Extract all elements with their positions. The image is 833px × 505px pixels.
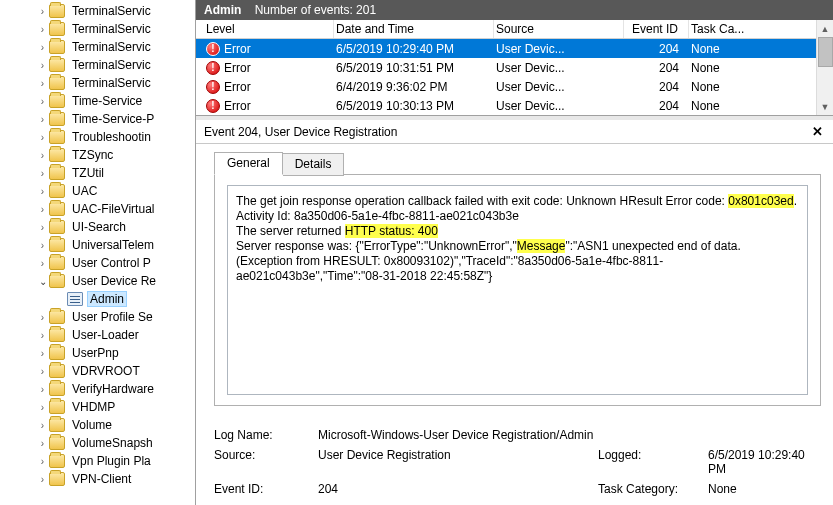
msg-error-code: 0x801c03ed bbox=[728, 194, 793, 208]
tree-item-volumesnapsh[interactable]: ›VolumeSnapsh bbox=[0, 434, 195, 452]
chevron-down-icon[interactable]: ⌄ bbox=[36, 276, 49, 287]
navigation-tree[interactable]: ›TerminalServic›TerminalServic›TerminalS… bbox=[0, 0, 196, 505]
chevron-right-icon[interactable]: › bbox=[36, 240, 49, 251]
tree-item-vdrvroot[interactable]: ›VDRVROOT bbox=[0, 362, 195, 380]
tree-item-terminalservic[interactable]: ›TerminalServic bbox=[0, 2, 195, 20]
event-properties: Log Name: Microsoft-Windows-User Device … bbox=[214, 428, 821, 502]
tree-item-terminalservic[interactable]: ›TerminalServic bbox=[0, 20, 195, 38]
folder-icon bbox=[49, 382, 65, 396]
tree-item-universaltelem[interactable]: ›UniversalTelem bbox=[0, 236, 195, 254]
tree-item-time-service[interactable]: ›Time-Service bbox=[0, 92, 195, 110]
tree-item-troubleshootin[interactable]: ›Troubleshootin bbox=[0, 128, 195, 146]
chevron-right-icon[interactable]: › bbox=[36, 438, 49, 449]
chevron-right-icon[interactable]: › bbox=[36, 204, 49, 215]
tree-item-vpn-plugin-pla[interactable]: ›Vpn Plugin Pla bbox=[0, 452, 195, 470]
tree-item-user-device-re[interactable]: ⌄User Device Re bbox=[0, 272, 195, 290]
scroll-up-icon[interactable]: ▲ bbox=[817, 20, 834, 37]
chevron-right-icon[interactable]: › bbox=[36, 384, 49, 395]
tab-details[interactable]: Details bbox=[283, 153, 345, 176]
error-icon: ! bbox=[206, 61, 220, 75]
chevron-right-icon[interactable]: › bbox=[36, 168, 49, 179]
prop-logged-value: 6/5/2019 10:29:40 PM bbox=[708, 448, 821, 476]
chevron-right-icon[interactable]: › bbox=[36, 24, 49, 35]
tree-item-label: TerminalServic bbox=[69, 21, 154, 37]
tree-item-tzsync[interactable]: ›TZSync bbox=[0, 146, 195, 164]
details-title: Event 204, User Device Registration bbox=[204, 125, 397, 139]
tree-item-terminalservic[interactable]: ›TerminalServic bbox=[0, 56, 195, 74]
col-level[interactable]: Level bbox=[204, 20, 334, 38]
tree-item-label: TZSync bbox=[69, 147, 116, 163]
event-details-pane: Event 204, User Device Registration ✕ Ge… bbox=[196, 116, 833, 505]
chevron-right-icon[interactable]: › bbox=[36, 78, 49, 89]
tree-item-label: VolumeSnapsh bbox=[69, 435, 156, 451]
tree-item-userpnp[interactable]: ›UserPnp bbox=[0, 344, 195, 362]
tree-item-uac[interactable]: ›UAC bbox=[0, 182, 195, 200]
chevron-right-icon[interactable]: › bbox=[36, 402, 49, 413]
col-eventid[interactable]: Event ID bbox=[624, 20, 689, 38]
chevron-right-icon[interactable]: › bbox=[36, 186, 49, 197]
chevron-right-icon[interactable]: › bbox=[36, 420, 49, 431]
chevron-right-icon[interactable]: › bbox=[36, 222, 49, 233]
tree-item-user-control-p[interactable]: ›User Control P bbox=[0, 254, 195, 272]
col-taskcat[interactable]: Task Ca... bbox=[689, 20, 833, 38]
chevron-right-icon[interactable]: › bbox=[36, 330, 49, 341]
folder-icon bbox=[49, 472, 65, 486]
chevron-right-icon[interactable]: › bbox=[36, 114, 49, 125]
event-message[interactable]: The get join response operation callback… bbox=[227, 185, 808, 395]
tree-item-verifyhardware[interactable]: ›VerifyHardware bbox=[0, 380, 195, 398]
event-grid[interactable]: Level Date and Time Source Event ID Task… bbox=[196, 20, 833, 116]
scroll-down-icon[interactable]: ▼ bbox=[817, 98, 834, 115]
tree-item-terminalservic[interactable]: ›TerminalServic bbox=[0, 38, 195, 56]
chevron-right-icon[interactable]: › bbox=[36, 42, 49, 53]
cell-taskcat: None bbox=[689, 99, 833, 113]
folder-icon bbox=[49, 418, 65, 432]
cell-level: !Error bbox=[204, 80, 334, 94]
tree-item-time-service-p[interactable]: ›Time-Service-P bbox=[0, 110, 195, 128]
tree-item-label: User Profile Se bbox=[69, 309, 156, 325]
tree-item-ui-search[interactable]: ›UI-Search bbox=[0, 218, 195, 236]
error-icon: ! bbox=[206, 80, 220, 94]
chevron-right-icon[interactable]: › bbox=[36, 456, 49, 467]
tree-item-label: VerifyHardware bbox=[69, 381, 157, 397]
tree-item-vpn-client[interactable]: ›VPN-Client bbox=[0, 470, 195, 488]
msg-activity-id: Activity Id: 8a350d06-5a1e-4fbc-8811-ae0… bbox=[236, 209, 519, 223]
event-row[interactable]: !Error6/4/2019 9:36:02 PMUser Devic...20… bbox=[196, 77, 833, 96]
event-row[interactable]: !Error6/5/2019 10:29:40 PMUser Devic...2… bbox=[196, 39, 833, 58]
msg-text: Server response was: {"ErrorType":"Unkno… bbox=[236, 239, 517, 253]
grid-header[interactable]: Level Date and Time Source Event ID Task… bbox=[196, 20, 833, 39]
cell-taskcat: None bbox=[689, 42, 833, 56]
event-row[interactable]: !Error6/5/2019 10:30:13 PMUser Devic...2… bbox=[196, 96, 833, 115]
chevron-right-icon[interactable]: › bbox=[36, 96, 49, 107]
close-icon[interactable]: ✕ bbox=[809, 124, 825, 139]
chevron-right-icon[interactable]: › bbox=[36, 366, 49, 377]
tree-item-volume[interactable]: ›Volume bbox=[0, 416, 195, 434]
tree-item-uac-filevirtual[interactable]: ›UAC-FileVirtual bbox=[0, 200, 195, 218]
details-header: Event 204, User Device Registration ✕ bbox=[196, 120, 833, 144]
chevron-right-icon[interactable]: › bbox=[36, 348, 49, 359]
tab-general[interactable]: General bbox=[214, 152, 283, 175]
tree-item-admin[interactable]: Admin bbox=[0, 290, 195, 308]
prop-taskcat-label: Task Category: bbox=[598, 482, 708, 496]
col-source[interactable]: Source bbox=[494, 20, 624, 38]
tree-item-tzutil[interactable]: ›TZUtil bbox=[0, 164, 195, 182]
msg-http-status: HTTP status: 400 bbox=[345, 224, 438, 238]
tree-item-label: User Control P bbox=[69, 255, 154, 271]
event-row[interactable]: !Error6/5/2019 10:31:51 PMUser Devic...2… bbox=[196, 58, 833, 77]
chevron-right-icon[interactable]: › bbox=[36, 150, 49, 161]
grid-scrollbar[interactable]: ▲ ▼ bbox=[816, 20, 833, 115]
chevron-right-icon[interactable]: › bbox=[36, 132, 49, 143]
chevron-right-icon[interactable]: › bbox=[36, 258, 49, 269]
chevron-right-icon[interactable]: › bbox=[36, 312, 49, 323]
cell-eventid: 204 bbox=[624, 99, 689, 113]
scroll-thumb[interactable] bbox=[818, 37, 833, 67]
msg-message-key: Message bbox=[517, 239, 566, 253]
chevron-right-icon[interactable]: › bbox=[36, 60, 49, 71]
tree-item-user-loader[interactable]: ›User-Loader bbox=[0, 326, 195, 344]
tree-item-vhdmp[interactable]: ›VHDMP bbox=[0, 398, 195, 416]
tree-item-terminalservic[interactable]: ›TerminalServic bbox=[0, 74, 195, 92]
folder-icon bbox=[49, 94, 65, 108]
chevron-right-icon[interactable]: › bbox=[36, 474, 49, 485]
chevron-right-icon[interactable]: › bbox=[36, 6, 49, 17]
tree-item-user-profile-se[interactable]: ›User Profile Se bbox=[0, 308, 195, 326]
col-date[interactable]: Date and Time bbox=[334, 20, 494, 38]
